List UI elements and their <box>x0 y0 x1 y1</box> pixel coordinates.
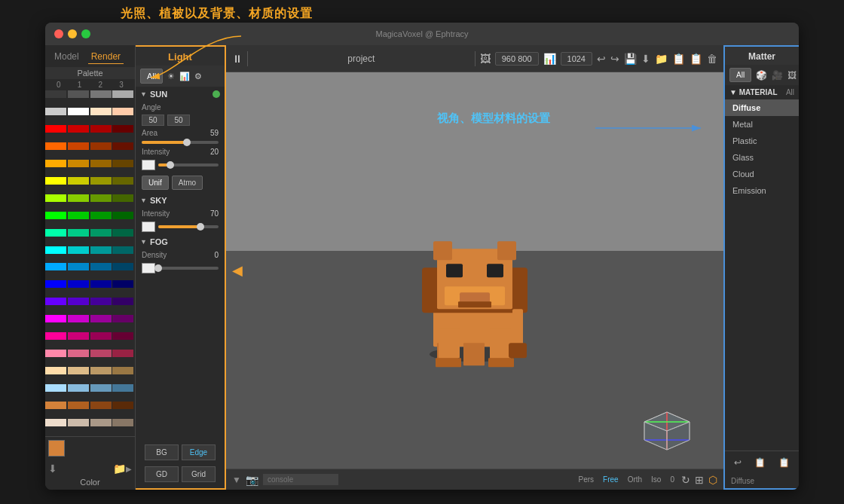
color-cell-15[interactable] <box>112 142 133 150</box>
color-cell-17[interactable] <box>68 160 89 167</box>
color-cell-78[interactable] <box>90 419 112 426</box>
color-cell-79[interactable] <box>112 419 133 426</box>
rotate-icon[interactable]: ↻ <box>681 474 690 486</box>
color-cell-37[interactable] <box>68 246 89 254</box>
color-cell-7[interactable] <box>112 108 133 115</box>
color-cell-67[interactable] <box>112 367 133 374</box>
color-cell-46[interactable] <box>90 280 112 288</box>
color-cell-32[interactable] <box>45 229 66 237</box>
material-metal[interactable]: Metal <box>725 116 799 133</box>
gd-button[interactable]: GD <box>145 466 179 482</box>
sky-slider[interactable] <box>158 225 219 228</box>
color-cell-33[interactable] <box>68 229 89 237</box>
color-cell-74[interactable] <box>90 402 112 409</box>
tab-model[interactable]: Model <box>51 50 82 64</box>
material-diffuse[interactable]: Diffuse <box>725 99 799 116</box>
matter-image-icon[interactable]: 🖼 <box>787 70 797 81</box>
close-button[interactable] <box>54 29 63 38</box>
color-cell-72[interactable] <box>45 402 66 409</box>
color-cell-44[interactable] <box>45 280 66 288</box>
fog-slider[interactable] <box>158 267 219 270</box>
color-cell-50[interactable] <box>90 298 112 305</box>
color-cell-35[interactable] <box>112 229 133 237</box>
atmo-button[interactable]: Atmo <box>172 176 203 190</box>
camera-icon[interactable]: 📷 <box>246 474 258 486</box>
orth-button[interactable]: Orth <box>625 475 644 484</box>
maximize-button[interactable] <box>81 29 90 38</box>
chart-icon[interactable]: 📊 <box>543 53 556 65</box>
save-icon[interactable]: 💾 <box>624 53 637 65</box>
color-cell-1[interactable] <box>68 90 89 98</box>
light-chart-icon[interactable]: 📊 <box>179 72 190 81</box>
color-cell-27[interactable] <box>112 194 133 202</box>
color-cell-12[interactable] <box>45 142 66 150</box>
settings-icon[interactable]: ▼ <box>232 475 241 485</box>
color-cell-25[interactable] <box>68 194 89 202</box>
color-cell-3[interactable] <box>112 90 133 98</box>
color-cell-68[interactable] <box>45 384 66 392</box>
color-cell-59[interactable] <box>112 332 133 340</box>
color-cell-20[interactable] <box>45 177 66 185</box>
grid-button[interactable]: Grid <box>182 466 216 482</box>
material-cloud[interactable]: Cloud <box>725 166 799 182</box>
edge-button[interactable]: Edge <box>182 444 216 460</box>
color-cell-24[interactable] <box>45 194 66 202</box>
color-cell-51[interactable] <box>112 298 133 305</box>
color-cell-2[interactable] <box>90 90 112 98</box>
unif-button[interactable]: Unif <box>142 176 169 190</box>
selected-color-swatch[interactable] <box>48 440 65 457</box>
material-emission[interactable]: Emission <box>725 182 799 199</box>
palette-folder-icon[interactable]: 📁 <box>113 463 126 475</box>
fog-color-swatch[interactable] <box>142 263 155 273</box>
color-cell-60[interactable] <box>45 350 66 357</box>
color-cell-41[interactable] <box>68 263 89 270</box>
color-cell-40[interactable] <box>45 263 66 270</box>
image-icon[interactable]: 🖼 <box>480 53 491 65</box>
expand-icon[interactable]: ▶ <box>126 465 132 473</box>
color-cell-13[interactable] <box>68 142 89 150</box>
open-icon[interactable]: 📁 <box>655 53 668 65</box>
palette-download-icon[interactable]: ⬇ <box>48 463 57 475</box>
color-cell-43[interactable] <box>112 263 133 270</box>
color-cell-71[interactable] <box>112 384 133 392</box>
color-cell-47[interactable] <box>112 280 133 288</box>
color-cell-18[interactable] <box>90 160 112 167</box>
color-cell-56[interactable] <box>45 332 66 340</box>
canvas-area[interactable]: ◀ <box>226 72 723 469</box>
project-name[interactable]: project <box>252 53 470 64</box>
color-cell-48[interactable] <box>45 298 66 305</box>
color-cell-26[interactable] <box>90 194 112 202</box>
angle-y-input[interactable] <box>167 115 190 126</box>
color-cell-16[interactable] <box>45 160 66 167</box>
color-cell-34[interactable] <box>90 229 112 237</box>
copy-icon[interactable]: 📋 <box>672 53 685 65</box>
color-cell-49[interactable] <box>68 298 89 305</box>
color-cell-10[interactable] <box>90 125 112 133</box>
color-cell-69[interactable] <box>68 384 89 392</box>
color-cell-76[interactable] <box>45 419 66 426</box>
color-cell-65[interactable] <box>68 367 89 374</box>
color-cell-66[interactable] <box>90 367 112 374</box>
color-cell-58[interactable] <box>90 332 112 340</box>
sky-color-swatch[interactable] <box>142 221 155 232</box>
color-cell-4[interactable] <box>45 108 66 115</box>
matter-undo-icon[interactable]: ↩ <box>734 457 742 468</box>
light-settings-icon[interactable]: ⚙ <box>194 72 202 81</box>
iso-button[interactable]: Iso <box>649 475 663 484</box>
color-cell-9[interactable] <box>68 125 89 133</box>
color-cell-54[interactable] <box>90 315 112 322</box>
color-cell-75[interactable] <box>112 402 133 409</box>
color-cell-73[interactable] <box>68 402 89 409</box>
matter-copy-icon[interactable]: 📋 <box>754 457 766 468</box>
color-cell-55[interactable] <box>112 315 133 322</box>
material-icon[interactable]: ⬡ <box>708 474 717 486</box>
color-cell-19[interactable] <box>112 160 133 167</box>
pers-button[interactable]: Pers <box>576 475 597 484</box>
minimize-button[interactable] <box>68 29 77 38</box>
color-cell-57[interactable] <box>68 332 89 340</box>
intensity-color-swatch[interactable] <box>142 160 155 170</box>
material-glass[interactable]: Glass <box>725 149 799 166</box>
paste-icon[interactable]: 📋 <box>690 53 702 65</box>
matter-paste-icon[interactable]: 📋 <box>778 457 790 468</box>
color-cell-11[interactable] <box>112 125 133 133</box>
